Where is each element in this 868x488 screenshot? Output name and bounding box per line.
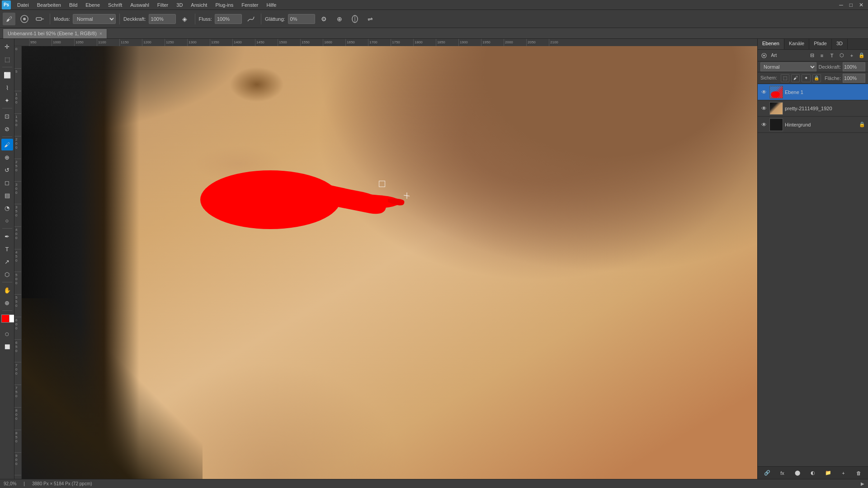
panel-thumb-view-btn[interactable]: ⊟ <box>807 51 816 60</box>
nose-shadow <box>225 64 288 105</box>
status-zoom: 92,0% <box>4 481 16 486</box>
menu-fenster[interactable]: Fenster <box>238 1 262 9</box>
layer-mask-btn[interactable]: ⬤ <box>793 469 802 478</box>
shape-tool[interactable]: ⬡ <box>1 268 13 280</box>
panel-shape-btn[interactable]: ⬡ <box>837 51 846 60</box>
lock-all-btn[interactable]: 🔒 <box>812 74 821 82</box>
status-options-btn[interactable]: ▶ <box>861 481 864 486</box>
panel-art-btn[interactable]: Art <box>769 51 778 60</box>
document-tab[interactable]: Unbenannt-1 bei 92% (Ebene 1, RGB/8) × <box>3 28 107 38</box>
toolbar-separator-2 <box>119 14 120 24</box>
foreground-color[interactable] <box>1 314 9 323</box>
lock-image-btn[interactable]: 🖌 <box>791 74 800 82</box>
layer-style-btn[interactable]: fx <box>778 469 787 478</box>
modus-select[interactable]: Normal Multiplizieren Überlagern <box>73 14 116 24</box>
ruler-mark-2100: 2100 <box>549 39 571 46</box>
adjustment-layer-btn[interactable]: ◐ <box>808 469 817 478</box>
marquee-tool[interactable]: ⬜ <box>1 69 13 81</box>
gradient-tool[interactable]: ▤ <box>1 189 13 201</box>
svg-rect-2 <box>36 18 42 20</box>
path-select-tool[interactable]: ↗ <box>1 256 13 267</box>
delete-layer-btn[interactable]: 🗑 <box>854 469 863 478</box>
dodge-tool[interactable]: ○ <box>1 215 13 226</box>
crop-tool[interactable]: ⊡ <box>1 110 13 122</box>
panel-add-btn[interactable]: + <box>847 51 856 60</box>
lock-transparent-btn[interactable]: ⬚ <box>781 74 789 82</box>
angle-btn[interactable]: ⊕ <box>333 13 346 25</box>
type-tool[interactable]: T <box>1 243 13 255</box>
symmetry-btn[interactable]: ⇌ <box>364 13 377 25</box>
fill-input[interactable] <box>843 74 865 83</box>
deckkraft-input[interactable] <box>149 14 176 24</box>
fluss-input[interactable] <box>215 14 242 24</box>
airbrush-toggle-btn[interactable] <box>245 13 257 25</box>
layer-group-btn[interactable]: 📁 <box>824 469 833 478</box>
wand-tool[interactable]: ✦ <box>1 94 13 106</box>
tab-ebenen[interactable]: Ebenen <box>758 39 784 49</box>
layer-item-2[interactable]: 👁 pretty-2111499_1920 <box>758 100 868 117</box>
menu-bearbeiten[interactable]: Bearbeiten <box>33 1 65 9</box>
menu-filter[interactable]: Filter <box>154 1 172 9</box>
tab-kanaele[interactable]: Kanäle <box>784 39 809 49</box>
vruler-150: 150 <box>14 114 21 136</box>
tab-3d[interactable]: 3D <box>832 39 848 49</box>
eraser-tool[interactable]: ◻ <box>1 177 13 188</box>
menu-plugins[interactable]: Plug-ins <box>212 1 237 9</box>
tab-pfade[interactable]: Pfade <box>809 39 832 49</box>
window-minimize[interactable]: ─ <box>836 2 846 8</box>
menu-schrift[interactable]: Schrift <box>104 1 126 9</box>
history-brush-tool[interactable]: ↺ <box>1 164 13 176</box>
link-layers-btn[interactable]: 🔗 <box>763 469 772 478</box>
brush-preset-btn[interactable] <box>18 13 31 25</box>
canvas[interactable] <box>22 46 757 479</box>
menu-datei[interactable]: Datei <box>14 1 33 9</box>
deckkraft-jitter-btn[interactable]: ◈ <box>179 13 191 25</box>
panel-list-view-btn[interactable]: ≡ <box>817 51 826 60</box>
menu-bild[interactable]: Bild <box>66 1 81 9</box>
blur-tool[interactable]: ◔ <box>1 202 13 214</box>
ruler-mark-2000: 2000 <box>504 39 526 46</box>
move-tool[interactable]: ✛ <box>1 41 13 52</box>
window-maximize[interactable]: □ <box>847 2 855 8</box>
window-close[interactable]: ✕ <box>856 2 866 8</box>
layer-item-3[interactable]: 👁 Hintergrund 🔒 <box>758 117 868 133</box>
eyedropper-tool[interactable]: ⊘ <box>1 123 13 135</box>
menu-ebene[interactable]: Ebene <box>82 1 104 9</box>
vruler-450: 450 <box>14 249 21 272</box>
menu-3d[interactable]: 3D <box>173 1 186 9</box>
tab-close-btn[interactable]: × <box>99 31 102 36</box>
menu-hilfe[interactable]: Hilfe <box>263 1 280 9</box>
brush-tool-btn[interactable]: 🖌 <box>3 13 15 25</box>
pen-tool[interactable]: ✒ <box>1 230 13 242</box>
brush-tool[interactable]: 🖌 <box>1 139 13 150</box>
menu-ansicht[interactable]: Ansicht <box>187 1 211 9</box>
stamp-tool[interactable]: ⊕ <box>1 151 13 163</box>
blend-mode-select[interactable]: Normal Multiplizieren Überlagern Abdunke… <box>760 62 816 71</box>
lock-position-btn[interactable]: ✦ <box>802 74 810 82</box>
new-layer-btn[interactable]: + <box>839 469 848 478</box>
pressure-btn[interactable] <box>349 13 361 25</box>
panel-filter-btn[interactable] <box>760 51 769 60</box>
ruler-mark-1500: 1500 <box>278 39 300 46</box>
layer-2-visibility-btn[interactable]: 👁 <box>760 105 768 112</box>
screen-mode-btn[interactable]: ⬜ <box>1 341 13 352</box>
glattung-input[interactable] <box>288 14 315 24</box>
zoom-tool[interactable]: ⊕ <box>1 297 13 309</box>
layer-1-visibility-btn[interactable]: 👁 <box>760 89 768 96</box>
panel-lock-btn[interactable]: 🔒 <box>857 51 866 60</box>
panel-text-btn[interactable]: T <box>827 51 836 60</box>
layer-3-visibility-btn[interactable]: 👁 <box>760 121 768 128</box>
opacity-input[interactable] <box>843 62 865 71</box>
quick-mask-btn[interactable]: ⬡ <box>1 328 13 340</box>
settings-btn[interactable]: ⚙ <box>318 13 330 25</box>
artboard-tool[interactable]: ⬚ <box>1 53 13 65</box>
hand-tool[interactable]: ✋ <box>1 284 13 296</box>
layer-item-1[interactable]: 👁 Ebene 1 <box>758 84 868 100</box>
ruler-mark-1050: 1050 <box>74 39 97 46</box>
lasso-tool[interactable]: ⌇ <box>1 82 13 94</box>
layer-3-name: Hintergrund <box>785 122 857 127</box>
tool-separator-1 <box>2 67 12 67</box>
layer-controls-bar: 🔗 fx ⬤ ◐ 📁 + 🗑 <box>758 466 868 479</box>
menu-auswahl[interactable]: Auswahl <box>127 1 153 9</box>
airbrush-btn[interactable] <box>33 13 46 25</box>
